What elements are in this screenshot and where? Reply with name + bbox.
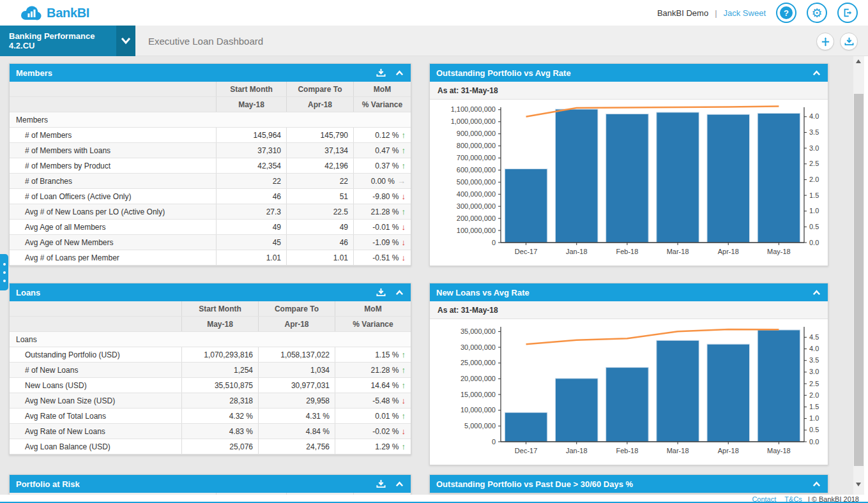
bar [556, 379, 598, 442]
new-loans-chart-panel: New Loans vs Avg Rate As at: 31-May-18 0… [429, 283, 828, 465]
portfolio-at-risk-panel: Portfolio at Risk [9, 474, 411, 495]
row-label[interactable]: New Loans (USD) [10, 378, 181, 393]
filter-panel-handle[interactable] [0, 254, 8, 290]
download-icon[interactable] [376, 288, 386, 297]
bar [758, 330, 800, 442]
variance-value: -5.48 %↓ [335, 393, 411, 408]
row-label[interactable]: # of Members with Loans [10, 143, 216, 158]
row-label[interactable]: # of New Loans [10, 363, 181, 377]
bar [505, 169, 547, 243]
row-label[interactable]: # of Members by Product [10, 158, 216, 173]
download-icon[interactable] [376, 68, 386, 77]
row-label[interactable]: Avg # of Loans per Member [10, 250, 216, 265]
scroll-down-arrow[interactable] [856, 483, 861, 486]
panel-title: Loans [16, 288, 40, 297]
help-button[interactable]: ? [776, 3, 796, 23]
row-label[interactable]: # of Branches [10, 174, 216, 188]
trend-up-icon: ↑ [402, 412, 406, 420]
brand-name: BankBI [47, 6, 89, 20]
start-month-value: 4.83 % [181, 424, 258, 439]
compare-to-value: 24,756 [258, 439, 335, 454]
y2-tick-label: 2.5 [809, 380, 819, 387]
collapse-icon[interactable] [812, 480, 821, 488]
x-tick-label: Dec-17 [515, 248, 537, 255]
variance-value: 0.01 %↑ [335, 409, 411, 423]
empty-cell [181, 332, 258, 347]
bar [657, 340, 699, 442]
bar [657, 112, 699, 243]
collapse-icon[interactable] [395, 480, 404, 488]
program-dropdown-button[interactable] [116, 26, 135, 56]
y-tick-label: 500,000,000 [457, 178, 496, 186]
scrollbar[interactable] [853, 56, 864, 495]
row-label[interactable]: # of Members [10, 128, 216, 142]
y-tick-label: 15,000,000 [461, 391, 496, 398]
chevron-down-icon [120, 36, 132, 45]
trend-down-icon: ↓ [402, 238, 406, 246]
download-icon[interactable] [376, 479, 386, 488]
y2-tick-label: 3.5 [809, 356, 819, 364]
members-panel: Members Start MonthCompare ToMoMMay-18Ap… [9, 63, 411, 266]
variance-value: 1.29 %↑ [335, 439, 411, 454]
table-row: Avg # of New Loans per LO (Active Only)2… [10, 204, 411, 220]
compare-to-value: 46 [286, 235, 353, 250]
y2-tick-label: 2.0 [809, 391, 819, 399]
collapse-icon[interactable] [395, 69, 404, 77]
collapse-icon[interactable] [812, 69, 821, 77]
bar [606, 114, 649, 243]
start-month-value: 1,254 [181, 363, 258, 377]
row-label[interactable]: # of Loan Officers (Active Only) [10, 189, 216, 204]
y-tick-label: 5,000,000 [464, 422, 496, 430]
user-link[interactable]: Jack Sweet [724, 8, 766, 18]
scrollbar-thumb[interactable] [854, 94, 864, 466]
row-label[interactable]: Avg New Loan Size (USD) [10, 393, 181, 408]
variance-value: 0.12 %↑ [353, 128, 411, 142]
members-panel-header: Members [10, 64, 411, 82]
contact-link[interactable]: Contact [752, 495, 776, 502]
row-label[interactable]: Avg Rate of Total Loans [10, 409, 181, 423]
trend-up-icon: ↑ [402, 146, 406, 154]
program-selector[interactable]: Banking Performance 4.2.CU [0, 26, 116, 56]
brand-cloud-icon [19, 5, 42, 21]
row-label[interactable]: Avg Rate of New Loans [10, 424, 181, 439]
collapse-icon[interactable] [812, 289, 821, 296]
table-header-row: Start MonthCompare ToMoM [10, 301, 411, 317]
footer: Contact T&Cs | © BankBI 2018 [0, 495, 868, 502]
corner-cell [10, 97, 216, 112]
row-label[interactable]: Avg Age of all Members [10, 220, 216, 234]
y2-tick-label: 2.5 [809, 160, 819, 167]
terms-link[interactable]: T&Cs [784, 495, 802, 502]
scroll-up-arrow[interactable] [856, 59, 861, 63]
compare-to-value: 1,058,137,022 [258, 347, 335, 362]
table-row: Avg Loan Balance (USD)25,07624,7561.29 %… [10, 439, 411, 454]
empty-cell [216, 112, 286, 127]
row-label[interactable]: Avg # of New Loans per LO (Active Only) [10, 204, 216, 219]
export-button[interactable] [840, 33, 858, 50]
trend-down-icon: ↓ [402, 192, 406, 200]
table-header-row: Start MonthCompare ToMoM [10, 82, 411, 97]
members-table: Start MonthCompare ToMoMMay-18Apr-18% Va… [10, 82, 411, 266]
y2-tick-label: 1.5 [809, 191, 819, 199]
table-row: # of Members with Loans37,31037,1340.47 … [10, 143, 411, 158]
account-name: BankBI Demo [657, 8, 708, 18]
row-label[interactable]: Avg Age of New Members [10, 235, 216, 250]
loans-panel-header: Loans [10, 283, 411, 301]
y-tick-label: 25,000,000 [461, 359, 496, 366]
compare-to-value: 145,790 [286, 128, 353, 142]
column-header: MoM [353, 82, 411, 96]
y2-tick-label: 0.0 [809, 239, 819, 246]
row-label[interactable]: Avg Loan Balance (USD) [10, 439, 181, 454]
logout-button[interactable] [837, 3, 858, 23]
collapse-icon[interactable] [395, 289, 404, 296]
chart-panel-header: New Loans vs Avg Rate [430, 283, 828, 301]
variance-value: 1.15 %↑ [335, 347, 411, 362]
row-label[interactable]: Outstanding Portfolio (USD) [10, 347, 181, 362]
table-row: Avg New Loan Size (USD)28,31829,958-5.48… [10, 393, 411, 409]
compare-to-value: 1,034 [258, 363, 335, 377]
trend-up-icon: ↑ [402, 442, 406, 451]
compare-to-value: 37,134 [286, 143, 353, 158]
y-tick-label: 800,000,000 [457, 142, 496, 149]
add-button[interactable] [816, 33, 834, 50]
corner-cell [10, 301, 181, 316]
settings-button[interactable]: ⚙ [807, 3, 827, 23]
